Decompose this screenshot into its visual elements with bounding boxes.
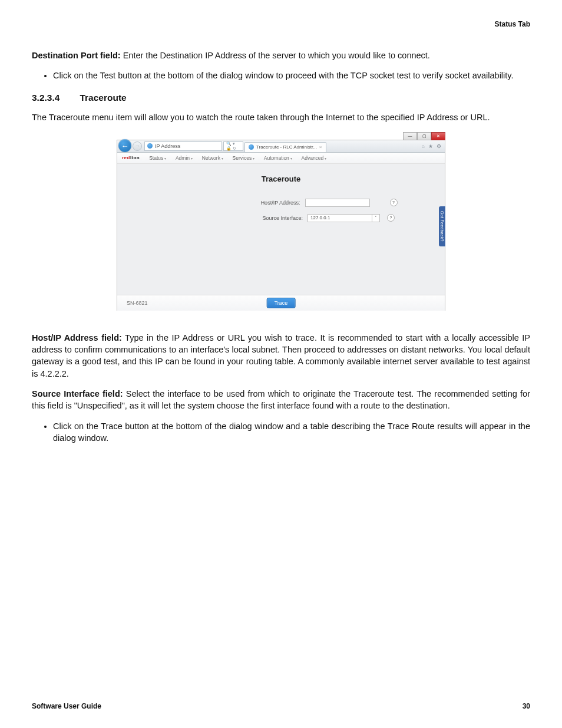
section-lead: The Traceroute menu item will allow you … [32, 111, 530, 123]
address-bar[interactable]: IP Address [144, 141, 222, 151]
nav-status[interactable]: Status [149, 155, 166, 161]
trace-button[interactable]: Trace [267, 298, 296, 308]
section-title: Traceroute [80, 93, 126, 103]
host-field-paragraph: Host/IP Address field: Type in the IP Ad… [32, 332, 530, 380]
ie-icon [249, 144, 254, 150]
section-heading: 3.2.3.4 Traceroute [32, 93, 530, 103]
help-icon[interactable]: ? [387, 214, 395, 222]
window-close-button[interactable]: ✕ [431, 132, 445, 140]
footer-page-number: 30 [523, 702, 530, 710]
nav-advanced[interactable]: Advanced [302, 155, 326, 161]
section-number: 3.2.3.4 [32, 93, 59, 103]
arrow-right-icon: → [135, 143, 140, 149]
help-icon[interactable]: ? [390, 199, 398, 206]
model-label: SN-6821 [127, 300, 148, 306]
address-tools[interactable]: 🔍 ▾ 🔒 ↻ [223, 141, 243, 151]
chevron-down-icon[interactable]: ˅ [372, 214, 380, 222]
src-field-paragraph: Source Interface field: Select the inter… [32, 388, 530, 412]
nav-admin[interactable]: Admin [176, 155, 193, 161]
page-header-tab: Status Tab [32, 20, 530, 28]
ie-icon [147, 143, 153, 149]
app-content: Traceroute Host/IP Address: ? Source Int… [117, 164, 445, 295]
browser-forward-button[interactable]: → [133, 141, 142, 151]
bullet-trace-button: Click on the Trace button at the bottom … [53, 420, 530, 444]
source-interface-select[interactable]: ˅ [308, 214, 380, 222]
address-text: IP Address [155, 143, 180, 149]
nav-network[interactable]: Network [202, 155, 223, 161]
screenshot: — ▢ ✕ ← → IP Address 🔍 ▾ 🔒 ↻ [117, 140, 445, 311]
feedback-tab[interactable]: Got Feedback? [439, 206, 445, 246]
source-interface-value[interactable] [308, 214, 372, 222]
host-ip-input[interactable] [305, 199, 370, 207]
host-field-bold: Host/IP Address field: [32, 333, 122, 342]
nav-services[interactable]: Services [233, 155, 254, 161]
footer-left: Software User Guide [32, 702, 101, 710]
nav-automation[interactable]: Automation [264, 155, 292, 161]
dest-port-text: Enter the Destination IP Address of the … [121, 51, 430, 60]
dest-port-bold: Destination Port field: [32, 51, 121, 60]
browser-back-button[interactable]: ← [118, 139, 131, 152]
content-title: Traceroute [123, 174, 439, 183]
app-footer: SN-6821 Trace [117, 295, 445, 311]
tab-close-icon[interactable]: × [319, 144, 322, 150]
tab-title: Traceroute - RLC Administr... [256, 144, 317, 150]
home-icon[interactable]: ⌂ [422, 143, 425, 149]
redlion-logo: redlion [122, 155, 140, 160]
browser-chrome: ← → IP Address 🔍 ▾ 🔒 ↻ Traceroute - RLC … [117, 140, 445, 153]
src-field-bold: Source Interface field: [32, 389, 123, 398]
source-interface-label: Source Interface: [167, 215, 303, 221]
browser-tab[interactable]: Traceroute - RLC Administr... × [244, 142, 326, 152]
bullet-test-button: Click on the Test button at the bottom o… [53, 70, 530, 81]
app-navbar: redlion Status Admin Network Services Au… [117, 153, 445, 164]
dest-port-paragraph: Destination Port field: Enter the Destin… [32, 50, 530, 61]
star-icon[interactable]: ★ [428, 143, 433, 149]
window-maximize-button[interactable]: ▢ [417, 132, 431, 140]
gear-icon[interactable]: ⚙ [437, 143, 441, 149]
arrow-left-icon: ← [121, 141, 129, 150]
window-minimize-button[interactable]: — [403, 132, 417, 140]
host-ip-label: Host/IP Address: [165, 200, 300, 206]
